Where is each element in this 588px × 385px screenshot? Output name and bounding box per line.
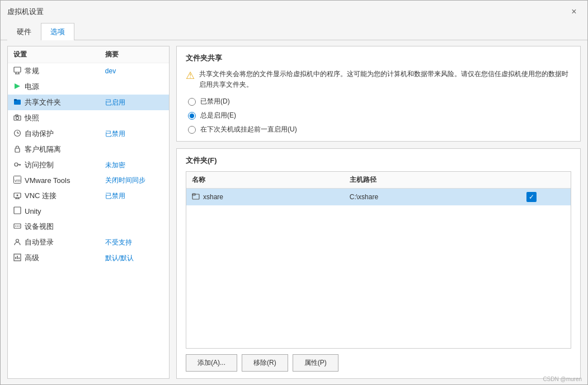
icon-chart (13, 253, 21, 263)
watermark: CSDN @muren (543, 376, 582, 382)
icon-vm: vm (13, 176, 21, 185)
settings-row-vnc[interactable]: VNC 连接已禁用 (8, 188, 169, 204)
svg-point-30 (16, 239, 19, 242)
row-label: VNC 连接 (25, 191, 57, 201)
settings-cell-label-normal: 常规 (8, 63, 100, 79)
icon-clock (13, 129, 21, 139)
settings-cell-value-normal: dev (100, 63, 169, 79)
settings-row-auto-protect[interactable]: 自动保护已禁用 (8, 126, 169, 142)
folder-check-cell-xshare[interactable]: ✓ (492, 189, 571, 206)
add-button[interactable]: 添加(A)... (186, 354, 237, 372)
icon-lock (13, 145, 21, 154)
settings-row-guest-isolation[interactable]: 客户机隔离 (8, 142, 169, 157)
settings-table: 设置 摘要 常规dev电源共享文件夹已启用快照自动保护已禁用客户机隔离访问控制未… (8, 46, 169, 266)
remove-button[interactable]: 移除(R) (242, 354, 288, 372)
svg-rect-35 (192, 194, 199, 199)
radio-until-poweroff-input[interactable] (188, 126, 196, 134)
svg-rect-13 (15, 148, 20, 152)
radio-always-on-input[interactable] (188, 112, 196, 120)
settings-cell-label-shared-folders: 共享文件夹 (8, 95, 100, 110)
properties-button[interactable]: 属性(P) (293, 354, 338, 372)
icon-unity (13, 206, 21, 216)
settings-cell-value-shared-folders: 已启用 (100, 95, 169, 110)
settings-row-vmware-tools[interactable]: vmVMware Tools关闭时间同步 (8, 173, 169, 188)
warning-text: 共享文件夹会将您的文件显示给虚拟机中的程序。这可能为您的计算机和数据带来风险。请… (199, 69, 571, 90)
content-area: 设置 摘要 常规dev电源共享文件夹已启用快照自动保护已禁用客户机隔离访问控制未… (1, 40, 587, 384)
settings-cell-value-auto-protect: 已禁用 (100, 126, 169, 142)
settings-cell-label-auto-login: 自动登录 (8, 234, 100, 250)
col-name: 名称 (186, 172, 344, 189)
col-host-path: 主机路径 (344, 172, 492, 189)
radio-until-poweroff[interactable]: 在下次关机或挂起前一直启用(U) (188, 125, 571, 134)
row-label: 共享文件夹 (25, 97, 61, 107)
row-label: 快照 (25, 113, 39, 123)
close-button[interactable]: × (567, 5, 581, 18)
row-label: VMware Tools (25, 176, 70, 185)
checkbox-checked[interactable]: ✓ (526, 192, 537, 202)
settings-cell-value-snapshot (100, 110, 169, 126)
row-label: 自动登录 (25, 237, 54, 247)
settings-row-shared-folders[interactable]: 共享文件夹已启用 (8, 95, 169, 110)
tab-hardware[interactable]: 硬件 (7, 23, 41, 40)
settings-cell-label-auto-protect: 自动保护 (8, 126, 100, 142)
tab-options[interactable]: 选项 (41, 23, 74, 40)
settings-cell-value-auto-login: 不受支持 (100, 234, 169, 250)
dialog-container: 虚拟机设置 × 硬件 选项 设置 摘要 常规dev电源共享文件夹已启用快照自动保… (0, 0, 588, 385)
folder-table-container: 名称 主机路径 xshareC:\xshare✓ (186, 171, 571, 349)
folder-path-cell-xshare: C:\xshare (344, 189, 492, 206)
radio-group: 已禁用(D) 总是启用(E) 在下次关机或挂起前一直启用(U) (188, 97, 571, 134)
row-label: Unity (25, 207, 41, 215)
row-label: 自动保护 (25, 129, 54, 139)
settings-cell-label-access-control: 访问控制 (8, 157, 100, 173)
dialog-title: 虚拟机设置 (7, 7, 44, 17)
settings-cell-label-vmware-tools: vmVMware Tools (8, 173, 100, 188)
icon-key (13, 161, 21, 170)
svg-rect-6 (14, 99, 17, 101)
settings-cell-value-unity (100, 204, 169, 219)
icon-user (13, 238, 21, 247)
settings-cell-value-vmware-tools: 关闭时间同步 (100, 173, 169, 188)
folder-row-xshare[interactable]: xshareC:\xshare✓ (186, 189, 571, 206)
shared-folder-section: 文件夹共享 ⚠ 共享文件夹会将您的文件显示给虚拟机中的程序。这可能为您的计算机和… (176, 46, 581, 142)
col-setting: 设置 (8, 46, 100, 63)
settings-cell-label-unity: Unity (8, 204, 100, 219)
folder-name-container: xshare (192, 192, 338, 202)
settings-cell-value-access-control: 未加密 (100, 157, 169, 173)
settings-cell-value-advanced: 默认/默认 (100, 250, 169, 266)
settings-cell-value-power (100, 79, 169, 95)
radio-disabled-label: 已禁用(D) (200, 97, 230, 106)
svg-marker-4 (15, 83, 20, 89)
col-enabled (492, 172, 571, 189)
radio-always-on-label: 总是启用(E) (200, 111, 236, 120)
settings-row-access-control[interactable]: 访问控制未加密 (8, 157, 169, 173)
settings-cell-label-guest-isolation: 客户机隔离 (8, 142, 100, 157)
svg-point-14 (15, 163, 18, 166)
settings-row-unity[interactable]: Unity (8, 204, 169, 219)
row-label: 常规 (25, 66, 39, 76)
settings-row-normal[interactable]: 常规dev (8, 63, 169, 79)
settings-row-snapshot[interactable]: 快照 (8, 110, 169, 126)
settings-row-auto-login[interactable]: 自动登录不受支持 (8, 234, 169, 250)
svg-point-8 (16, 116, 19, 119)
settings-row-advanced[interactable]: 高级默认/默认 (8, 250, 169, 266)
row-label: 电源 (25, 82, 39, 92)
svg-text:vm: vm (15, 178, 21, 183)
row-label: 高级 (25, 253, 39, 263)
radio-always-on[interactable]: 总是启用(E) (188, 111, 571, 120)
row-label: 客户机隔离 (25, 144, 61, 154)
settings-cell-label-power: 电源 (8, 79, 100, 95)
svg-rect-0 (14, 67, 21, 72)
folder-table: 名称 主机路径 xshareC:\xshare✓ (186, 172, 571, 205)
settings-cell-label-device-view: 设备视图 (8, 219, 100, 234)
icon-power (13, 82, 21, 92)
settings-cell-label-advanced: 高级 (8, 250, 100, 266)
icon-camera (13, 114, 21, 123)
radio-disabled-input[interactable] (188, 98, 196, 106)
radio-disabled[interactable]: 已禁用(D) (188, 97, 571, 106)
settings-cell-value-device-view (100, 219, 169, 234)
settings-row-power[interactable]: 电源 (8, 79, 169, 95)
svg-rect-25 (14, 207, 21, 214)
settings-row-device-view[interactable]: 设备视图 (8, 219, 169, 234)
icon-folder-share (13, 98, 21, 107)
settings-list-panel: 设置 摘要 常规dev电源共享文件夹已启用快照自动保护已禁用客户机隔离访问控制未… (7, 46, 170, 379)
